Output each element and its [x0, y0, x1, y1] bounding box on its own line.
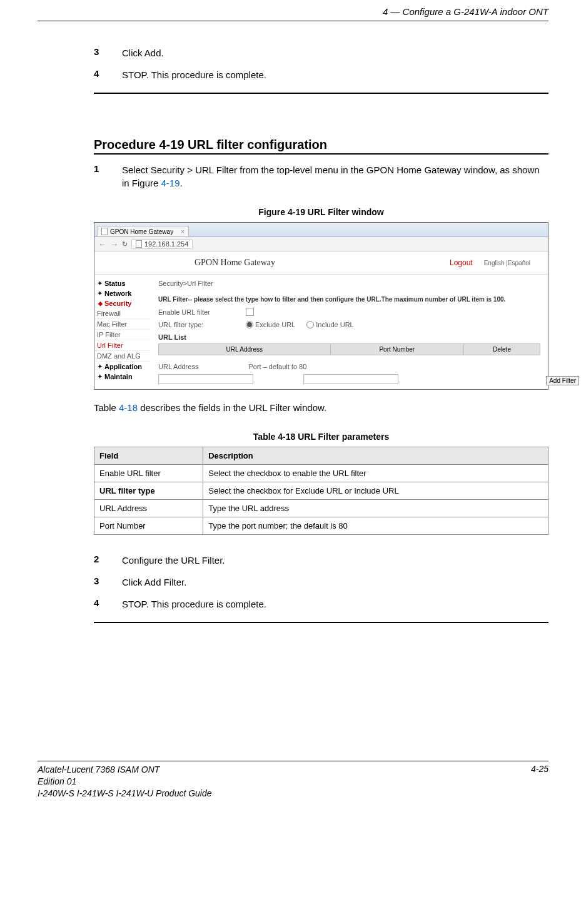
- expand-icon[interactable]: ✦: [97, 280, 103, 287]
- main-panel: Security>Url Filter URL Filter-- please …: [151, 275, 548, 389]
- sidebar-label: Security: [104, 300, 131, 307]
- table-intro-text: Table 4-18 describes the fields in the U…: [94, 401, 548, 414]
- include-label: Include URL: [316, 321, 354, 328]
- type-label: URL filter type:: [158, 321, 246, 328]
- close-icon[interactable]: ×: [181, 228, 184, 235]
- enable-row: Enable URL filter: [158, 308, 540, 316]
- tab-title: GPON Home Gateway: [110, 228, 173, 235]
- input-fields-row: [158, 374, 540, 384]
- sidebar-item-security[interactable]: ◆Security: [94, 298, 151, 308]
- figure-caption: Figure 4-19 URL Filter window: [94, 207, 548, 217]
- sidebar-label: Status: [104, 280, 126, 287]
- step-text: Select Security > URL Filter from the to…: [122, 163, 548, 190]
- cell-field: URL Address: [94, 500, 203, 517]
- procedure-title: Procedure 4-19 URL filter configuration: [94, 138, 548, 152]
- step-item: 1 Select Security > URL Filter from the …: [94, 163, 548, 190]
- step-text: Configure the URL Filter.: [122, 554, 548, 567]
- exclude-label: Exclude URL: [255, 321, 295, 328]
- expand-icon[interactable]: ✦: [97, 373, 103, 380]
- reload-icon[interactable]: ↻: [122, 240, 128, 248]
- cell-field: URL filter type: [94, 482, 203, 500]
- sidebar-label: Network: [104, 290, 131, 297]
- breadcrumb: Security>Url Filter: [158, 277, 540, 291]
- th-field: Field: [94, 447, 203, 465]
- port-input[interactable]: [303, 374, 398, 384]
- table-xref-link[interactable]: 4-18: [119, 402, 138, 413]
- page-footer: Alcatel-Lucent 7368 ISAM ONT Edition 01 …: [0, 761, 586, 800]
- procedure-rule: [94, 153, 548, 155]
- sidebar-item-status[interactable]: ✦Status: [94, 278, 151, 288]
- url-list-label: URL List: [158, 333, 540, 341]
- app-header: GPON Home Gateway Logout English |Españo…: [94, 251, 548, 275]
- sidebar-label: Application: [104, 363, 142, 370]
- th-url-address: URL Address: [159, 344, 331, 355]
- browser-tabbar: GPON Home Gateway ×: [94, 223, 548, 237]
- sidebar-sub-ipfilter[interactable]: IP Filter: [94, 330, 151, 340]
- logout-link[interactable]: Logout: [450, 258, 473, 267]
- step-number: 4: [94, 597, 122, 611]
- page-icon: [101, 228, 108, 235]
- expand-icon[interactable]: ✦: [97, 363, 103, 370]
- sidebar-item-application[interactable]: ✦Application: [94, 362, 151, 372]
- running-header: 4 — Configure a G-241W-A indoor ONT: [38, 6, 548, 17]
- th-description: Description: [203, 447, 548, 465]
- sidebar-item-network[interactable]: ✦Network: [94, 288, 151, 298]
- browser-tab[interactable]: GPON Home Gateway ×: [97, 226, 189, 236]
- add-filter-button[interactable]: Add Filter: [546, 376, 579, 385]
- section-end-rule: [94, 93, 548, 94]
- header-rule: [38, 21, 548, 21]
- expand-icon[interactable]: ✦: [97, 290, 103, 297]
- th-port-number: Port Number: [330, 344, 464, 355]
- table-caption: Table 4-18 URL Filter parameters: [94, 432, 548, 442]
- th-delete: Delete: [464, 344, 540, 355]
- step-text: STOP. This procedure is complete.: [122, 68, 548, 81]
- footer-rule: [38, 761, 548, 761]
- include-radio[interactable]: [306, 321, 314, 328]
- step-item: 3 Click Add.: [94, 46, 548, 59]
- table-row: Enable URL filter Select the checkbox to…: [94, 465, 548, 482]
- footer-line1: Alcatel-Lucent 7368 ISAM ONT: [38, 764, 212, 776]
- step-item: 4 STOP. This procedure is complete.: [94, 68, 548, 81]
- page-number: 4-25: [531, 764, 548, 800]
- step-text: Click Add Filter.: [122, 576, 548, 589]
- cell-field: Enable URL filter: [94, 465, 203, 482]
- figure-xref-link[interactable]: 4-19: [161, 178, 180, 188]
- table-row: URL filter type Select the checkbox for …: [94, 482, 548, 500]
- type-row: URL filter type: Exclude URL Include URL: [158, 321, 540, 328]
- step-number: 3: [94, 576, 122, 589]
- url-field[interactable]: 192.168.1.254: [131, 239, 193, 249]
- sidebar-sub-macfilter[interactable]: Mac Filter: [94, 319, 151, 330]
- exclude-radio[interactable]: [246, 321, 253, 328]
- footer-line2: Edition 01: [38, 776, 212, 788]
- figure-screenshot: GPON Home Gateway × ← → ↻ 192.168.1.254 …: [94, 222, 548, 390]
- page-icon: [136, 240, 142, 248]
- step-item: 3 Click Add Filter.: [94, 576, 548, 589]
- step-text-pre: Select Security > URL Filter from the to…: [122, 165, 540, 188]
- sidebar-sub-dmz[interactable]: DMZ and ALG: [94, 351, 151, 362]
- app-title: GPON Home Gateway: [194, 258, 275, 268]
- sidebar-sub-urlfilter[interactable]: Url Filter: [94, 340, 151, 351]
- section-end-rule: [94, 622, 548, 623]
- language-selector[interactable]: English |Español: [484, 260, 530, 267]
- enable-checkbox[interactable]: [246, 308, 254, 316]
- forward-icon[interactable]: →: [110, 240, 118, 249]
- instruction-text: URL Filter-- please select the type how …: [158, 296, 540, 303]
- table-row: URL Address Type the URL address: [94, 500, 548, 517]
- step-number: 4: [94, 68, 122, 81]
- back-icon[interactable]: ←: [98, 240, 106, 249]
- cell-description: Select the checkbox to enable the URL fi…: [203, 465, 548, 482]
- step-number: 1: [94, 163, 122, 190]
- table-intro-post: describes the fields in the URL Filter w…: [138, 402, 326, 413]
- enable-label: Enable URL filter: [158, 308, 246, 316]
- sidebar-sub-firewall[interactable]: Firewall: [94, 308, 151, 319]
- sidebar-label: Maintain: [104, 373, 133, 380]
- sidebar-item-maintain[interactable]: ✦Maintain: [94, 372, 151, 382]
- cell-description: Select the checkbox for Exclude URL or I…: [203, 482, 548, 500]
- input-labels-row: URL Address Port – default to 80: [158, 363, 540, 370]
- footer-line3: I-240W-S I-241W-S I-241W-U Product Guide: [38, 788, 212, 800]
- step-item: 4 STOP. This procedure is complete.: [94, 597, 548, 611]
- collapse-icon[interactable]: ◆: [97, 300, 103, 307]
- url-address-input[interactable]: [158, 374, 253, 384]
- sidebar: ✦Status ✦Network ◆Security Firewall Mac …: [94, 275, 151, 389]
- step-text-post: .: [180, 178, 183, 188]
